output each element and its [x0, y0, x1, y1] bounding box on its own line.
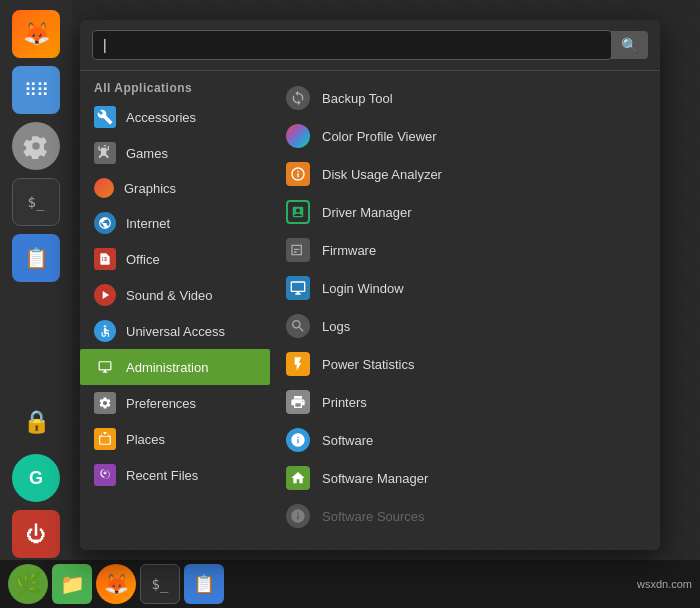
driver-manager-icon [286, 200, 310, 224]
universal-access-icon [94, 320, 116, 342]
categories-panel: All Applications Accessories Games Graph… [80, 71, 270, 550]
firmware-icon [286, 238, 310, 262]
taskbar-left: 🦊 ⠿⠿ $_ 📋 🔒 G ⏻ [0, 0, 72, 560]
cat-item-sound-video[interactable]: Sound & Video [80, 277, 270, 313]
color-profile-viewer-icon [286, 124, 310, 148]
color-profile-viewer-label: Color Profile Viewer [322, 129, 437, 144]
bottom-icon-folder[interactable]: 📁 [52, 564, 92, 604]
cat-item-accessories[interactable]: Accessories [80, 99, 270, 135]
places-icon [94, 428, 116, 450]
app-item-disk-usage-analyzer[interactable]: Disk Usage Analyzer [270, 155, 660, 193]
app-item-firmware[interactable]: Firmware [270, 231, 660, 269]
cat-item-places[interactable]: Places [80, 421, 270, 457]
cat-label-games: Games [126, 146, 168, 161]
cat-label-recent-files: Recent Files [126, 468, 198, 483]
printers-label: Printers [322, 395, 367, 410]
power-statistics-label: Power Statistics [322, 357, 414, 372]
app-item-logs[interactable]: Logs [270, 307, 660, 345]
internet-icon [94, 212, 116, 234]
app-item-driver-manager[interactable]: Driver Manager [270, 193, 660, 231]
taskbar-icon-settings[interactable] [12, 122, 60, 170]
cat-item-graphics[interactable]: Graphics [80, 171, 270, 205]
cat-label-universal-access: Universal Access [126, 324, 225, 339]
logs-icon [286, 314, 310, 338]
app-item-power-statistics[interactable]: Power Statistics [270, 345, 660, 383]
software-sources-label: Software Sources [322, 509, 425, 524]
logs-label: Logs [322, 319, 350, 334]
app-item-software-sources: Software Sources [270, 497, 660, 535]
taskbar-bottom: 🌿 📁 🦊 $_ 📋 wsxdn.com [0, 560, 700, 608]
app-menu: 🔍 All Applications Accessories Games G [80, 20, 660, 550]
disk-usage-analyzer-label: Disk Usage Analyzer [322, 167, 442, 182]
svg-point-0 [104, 325, 106, 327]
app-item-software-manager[interactable]: Software Manager [270, 459, 660, 497]
search-input[interactable] [92, 30, 612, 60]
cat-label-accessories: Accessories [126, 110, 196, 125]
login-window-icon [286, 276, 310, 300]
login-window-label: Login Window [322, 281, 404, 296]
driver-manager-label: Driver Manager [322, 205, 412, 220]
cat-label-internet: Internet [126, 216, 170, 231]
bottom-icon-firefox[interactable]: 🦊 [96, 564, 136, 604]
office-icon [94, 248, 116, 270]
app-item-login-window[interactable]: Login Window [270, 269, 660, 307]
app-item-printers[interactable]: Printers [270, 383, 660, 421]
app-item-backup-tool[interactable]: Backup Tool [270, 79, 660, 117]
cat-label-administration: Administration [126, 360, 208, 375]
software-manager-label: Software Manager [322, 471, 428, 486]
cat-label-office: Office [126, 252, 160, 267]
graphics-icon [94, 178, 114, 198]
app-item-color-profile-viewer[interactable]: Color Profile Viewer [270, 117, 660, 155]
search-button[interactable]: 🔍 [611, 31, 648, 59]
cat-item-games[interactable]: Games [80, 135, 270, 171]
cat-label-preferences: Preferences [126, 396, 196, 411]
taskbar-icon-grammarly[interactable]: G [12, 454, 60, 502]
app-item-software[interactable]: Software [270, 421, 660, 459]
taskbar-icon-firefox[interactable]: 🦊 [12, 10, 60, 58]
bottom-icon-mint[interactable]: 🌿 [8, 564, 48, 604]
cat-item-office[interactable]: Office [80, 241, 270, 277]
software-label: Software [322, 433, 373, 448]
app-list-panel: Backup Tool Color Profile Viewer Disk Us… [270, 71, 660, 550]
administration-icon [94, 356, 116, 378]
accessories-icon [94, 106, 116, 128]
taskbar-icon-terminal[interactable]: $_ [12, 178, 60, 226]
cat-item-universal-access[interactable]: Universal Access [80, 313, 270, 349]
firmware-label: Firmware [322, 243, 376, 258]
software-manager-icon [286, 466, 310, 490]
printers-icon [286, 390, 310, 414]
games-icon [94, 142, 116, 164]
cat-item-administration[interactable]: Administration [80, 349, 270, 385]
bottom-icon-notes[interactable]: 📋 [184, 564, 224, 604]
search-bar: 🔍 [80, 20, 660, 71]
backup-tool-icon [286, 86, 310, 110]
menu-body: All Applications Accessories Games Graph… [80, 71, 660, 550]
cat-item-internet[interactable]: Internet [80, 205, 270, 241]
cat-item-preferences[interactable]: Preferences [80, 385, 270, 421]
bottom-icon-terminal[interactable]: $_ [140, 564, 180, 604]
software-icon [286, 428, 310, 452]
taskbar-icon-notes[interactable]: 📋 [12, 234, 60, 282]
taskbar-icon-power[interactable]: ⏻ [12, 510, 60, 558]
taskbar-icon-apps[interactable]: ⠿⠿ [12, 66, 60, 114]
cat-label-places: Places [126, 432, 165, 447]
software-sources-icon [286, 504, 310, 528]
power-statistics-icon [286, 352, 310, 376]
recent-files-icon [94, 464, 116, 486]
watermark: wsxdn.com [637, 578, 692, 590]
preferences-icon [94, 392, 116, 414]
backup-tool-label: Backup Tool [322, 91, 393, 106]
disk-usage-analyzer-icon [286, 162, 310, 186]
all-apps-label: All Applications [80, 75, 270, 99]
sound-video-icon [94, 284, 116, 306]
cat-label-sound-video: Sound & Video [126, 288, 213, 303]
cat-item-recent-files[interactable]: Recent Files [80, 457, 270, 493]
cat-label-graphics: Graphics [124, 181, 176, 196]
taskbar-icon-lock[interactable]: 🔒 [12, 398, 60, 446]
